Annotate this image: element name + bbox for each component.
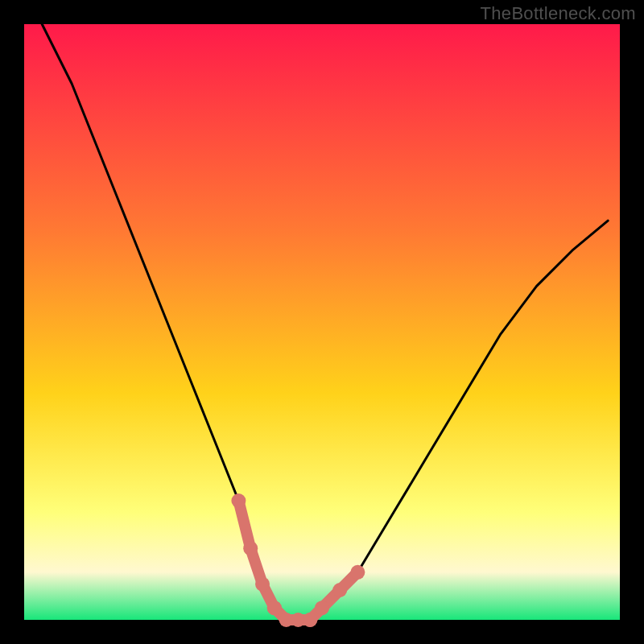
- highlight-dot: [267, 601, 282, 615]
- highlight-dot: [350, 565, 365, 580]
- highlight-dot: [303, 613, 317, 627]
- gradient-background: [24, 24, 620, 620]
- highlight-dot: [243, 541, 258, 555]
- highlight-dot: [255, 577, 270, 592]
- bottleneck-chart: [0, 0, 644, 644]
- highlight-dot: [332, 583, 347, 597]
- chart-stage: TheBottleneck.com: [0, 0, 644, 644]
- highlight-dot: [231, 493, 246, 508]
- watermark-label: TheBottleneck.com: [481, 3, 636, 24]
- highlight-dot: [315, 601, 329, 615]
